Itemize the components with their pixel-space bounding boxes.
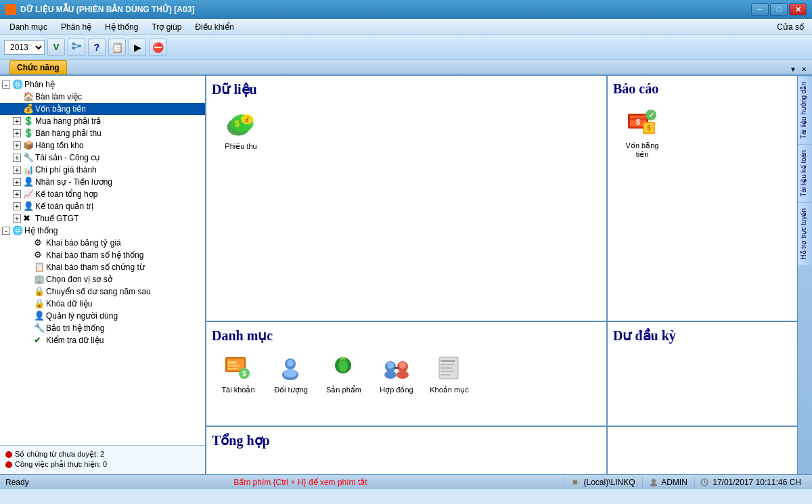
tree-item-chi-phi[interactable]: + 📊 Chi phí giá thành (0, 164, 205, 176)
maximize-button[interactable]: □ (770, 3, 788, 16)
tham-so-ct-icon: 📋 (34, 262, 45, 273)
svg-text:$: $ (235, 118, 240, 129)
khoan-muc-icon (433, 352, 466, 384)
expand-tai-san[interactable]: + (13, 154, 21, 162)
nguoi-dung-label: Quản lý người dùng (46, 311, 118, 321)
app-icon (5, 4, 16, 15)
expand-he-thong[interactable]: - (2, 227, 10, 235)
menu-dieu-khien[interactable]: Điều khiển (188, 21, 240, 33)
so-du-label: Chuyển số dư sang năm sau (46, 287, 151, 296)
toolbar-btn-tree[interactable] (68, 39, 85, 56)
icon-von-bang-tien-bc[interactable]: $ $ ✓ Vốn bằng tiền (618, 108, 666, 159)
main-container: - 🌐 Phân hệ 🏠 Bàn làm việc 💰 Vốn bằng ti… (0, 76, 812, 474)
expand-mua-hang[interactable]: + (13, 117, 21, 125)
tai-khoan-label: Tài khoản (221, 386, 254, 394)
menu-bar: Danh mục Phân hệ Hệ thống Trợ giúp Điều … (0, 19, 812, 35)
expand-ke-toan-qt[interactable]: + (13, 202, 21, 210)
mua-hang-label: Mua hàng phải trả (35, 116, 101, 126)
sidebar-right-item-2[interactable]: Tài liệu kế toán (798, 144, 812, 202)
tree-item-tham-so-ct[interactable]: 📋 Khai báo tham số chứng từ (0, 261, 205, 273)
svg-text:✓: ✓ (648, 111, 654, 119)
tree-item-tai-san[interactable]: + 🔧 Tài sản - Công cụ (0, 152, 205, 164)
tree-item-don-vi[interactable]: 🏢 Chọn đơn vị sơ sở (0, 273, 205, 285)
tree-item-he-thong-root[interactable]: - 🌐 Hệ thống (0, 225, 205, 237)
status-item-2: Công việc phải thực hiện: 0 (5, 460, 200, 469)
status-db: (Local)\LINKQ (564, 478, 641, 487)
expand-phan-he[interactable]: - (2, 81, 10, 89)
icon-hop-dong[interactable]: Hợp đồng (373, 352, 420, 394)
icon-phieu-thu[interactable]: $ 💰 Phiếu thu (217, 108, 265, 151)
tree-item-nhan-su[interactable]: + 👤 Nhân sự - Tiền lương (0, 176, 205, 188)
menu-tro-giup[interactable]: Trợ giúp (145, 21, 188, 33)
panel-bao-cao: Báo cáo $ $ (608, 76, 797, 321)
panel-danh-muc: Danh mục $ (206, 322, 608, 426)
svg-point-37 (399, 362, 406, 369)
tree-item-ty-gia[interactable]: ⚙ Khai báo bảng tỷ giá (0, 237, 205, 249)
tab-close-btn[interactable]: ✕ (798, 64, 809, 74)
tree-item-nguoi-dung[interactable]: 👤 Quản lý người dùng (0, 310, 205, 322)
expand-ban-hang[interactable]: + (13, 129, 21, 137)
tree-item-mua-hang[interactable]: + 💲 Mua hàng phải trả (0, 115, 205, 127)
toolbar-btn-stop[interactable]: ⛔ (149, 39, 166, 56)
phieu-thu-label: Phiếu thu (225, 142, 256, 151)
tree-item-phan-he-root[interactable]: - 🌐 Phân hệ (0, 78, 205, 91)
expand-chi-phi[interactable]: + (13, 166, 21, 174)
tree-item-tham-so-ht[interactable]: ⚙ Khai báo tham số hệ thống (0, 249, 205, 261)
tree-item-von-bang-tien[interactable]: 💰 Vốn bằng tiền (0, 103, 205, 115)
tree-item-hang-ton-kho[interactable]: + 📦 Hàng tồn kho (0, 139, 205, 152)
chi-phi-label: Chi phí giá thành (35, 165, 97, 175)
sidebar-status: Số chứng từ chưa duyệt: 2 Công việc phải… (0, 445, 205, 474)
icon-doi-tuong[interactable]: Đối tượng (267, 352, 315, 394)
tab-arrow-btn[interactable]: ▼ (788, 64, 798, 74)
sidebar-right-item-1[interactable]: Tài liệu hướng dẫn (798, 76, 812, 144)
tree-item-so-du[interactable]: 🔒 Chuyển số dư sang năm sau (0, 285, 205, 298)
toolbar-btn-help[interactable]: ? (88, 39, 106, 56)
svg-point-48 (652, 479, 656, 483)
tree-item-khoa-dl[interactable]: 🔒 Khóa dữ liệu (0, 298, 205, 310)
menu-phan-he[interactable]: Phân hệ (54, 21, 98, 33)
svg-text:💰: 💰 (243, 116, 251, 124)
menu-danh-muc[interactable]: Danh mục (3, 21, 54, 33)
year-select[interactable]: 2013 (4, 40, 45, 55)
svg-rect-47 (573, 480, 577, 484)
expand-hang-ton-kho[interactable]: + (13, 141, 21, 150)
svg-rect-22 (228, 365, 240, 367)
svg-line-4 (75, 47, 78, 48)
toolbar-btn-doc[interactable]: 📋 (108, 39, 126, 56)
right-sidebar: Tài liệu hướng dẫn Tài liệu kế toán Hỗ t… (797, 76, 812, 474)
icon-tai-khoan[interactable]: $ Tài khoản (215, 352, 262, 394)
svg-point-27 (287, 360, 294, 367)
expand-ke-toan-th[interactable]: + (13, 190, 21, 198)
tree-item-ke-toan-qt[interactable]: + 👤 Kế toán quản trị (0, 200, 205, 212)
icon-khoan-muc[interactable]: Khoản mục (426, 352, 473, 394)
sidebar-right-item-3[interactable]: Hỗ trợ trực tuyến (798, 202, 812, 265)
expand-nhan-su[interactable]: + (13, 178, 21, 186)
svg-point-49 (650, 483, 657, 486)
status-item-1: Số chứng từ chưa duyệt: 2 (5, 450, 200, 459)
ty-gia-icon: ⚙ (34, 237, 45, 248)
svg-point-32 (339, 361, 347, 372)
ke-toan-qt-label: Kế toán quản trị (35, 202, 93, 211)
tree-item-kiem-tra[interactable]: ✔ Kiểm tra dữ liệu (0, 334, 205, 346)
doi-tuong-icon (275, 352, 307, 384)
chuc-nang-tab[interactable]: Chức năng (9, 60, 67, 74)
toolbar-btn-run[interactable]: ▶ (129, 39, 146, 56)
close-button[interactable]: ✕ (789, 3, 807, 16)
tree-item-ban-hang[interactable]: + 💲 Bán hàng phải thu (0, 127, 205, 139)
menu-he-thong[interactable]: Hệ thống (98, 21, 145, 33)
status-text-2: Công việc phải thực hiện: 0 (15, 460, 107, 469)
tai-san-label: Tài sản - Công cụ (35, 153, 100, 162)
tree-item-ke-toan-th[interactable]: + 📈 Kế toán tổng hợp (0, 188, 205, 200)
tree-item-bao-tri[interactable]: 🔧 Bảo trì hệ thống (0, 322, 205, 334)
tree-item-thue-gtgt[interactable]: + ✖ Thuế GTGT (0, 212, 205, 225)
svg-line-3 (75, 44, 78, 46)
tree-item-ban-lam-viec[interactable]: 🏠 Bàn làm việc (0, 91, 205, 103)
toolbar-btn-v[interactable]: V (47, 39, 65, 56)
svg-rect-45 (441, 374, 450, 375)
minimize-button[interactable]: ─ (751, 3, 769, 16)
panels-row-1: Dữ liệu $ 💰 P (206, 76, 797, 322)
nhan-su-icon: 👤 (23, 177, 34, 187)
bao-cao-icons: $ $ ✓ Vốn bằng tiền (613, 102, 792, 164)
icon-san-pham[interactable]: Sản phẩm (320, 352, 367, 394)
expand-thue-gtgt[interactable]: + (13, 214, 21, 223)
